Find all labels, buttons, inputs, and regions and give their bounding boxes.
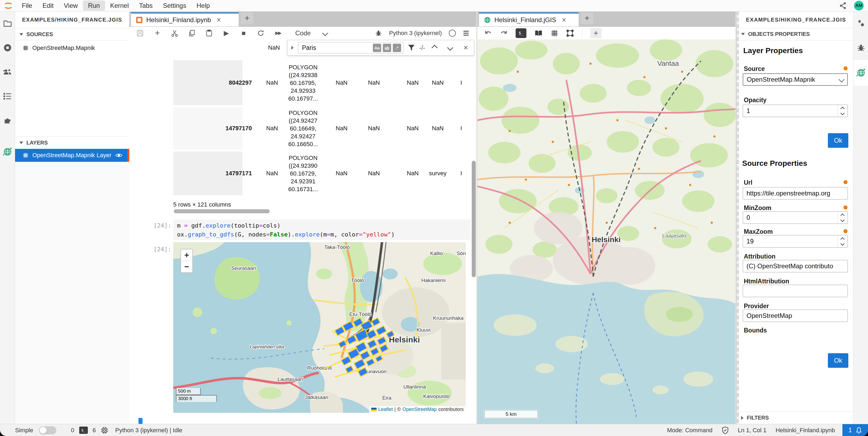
htmlattribution-input[interactable] <box>743 285 848 297</box>
menu-tabs[interactable]: Tabs <box>134 1 158 11</box>
code-cell[interactable]: m = gdf.explore(tooltip=cols) ox.graph_t… <box>173 220 471 240</box>
kernel-status-text[interactable]: Python 3 (ipykernel) | Idle <box>115 427 182 434</box>
extension-manager-icon[interactable] <box>0 108 15 133</box>
run-cell-icon[interactable]: ▶ <box>222 29 230 37</box>
copy-cells-icon[interactable] <box>188 30 195 37</box>
collaborators-icon[interactable] <box>0 60 15 84</box>
zoom-in-button[interactable]: + <box>181 250 192 261</box>
previous-match-icon[interactable] <box>431 45 437 51</box>
next-match-icon[interactable] <box>447 45 453 51</box>
menu-edit[interactable]: Edit <box>37 1 59 11</box>
notifications-badge[interactable]: 1 <box>842 424 868 436</box>
layers-title: LAYERS <box>26 140 48 146</box>
property-inspector-icon[interactable] <box>854 11 868 36</box>
stop-kernel-icon[interactable]: ■ <box>240 29 247 37</box>
layer-ok-button[interactable]: Ok <box>828 133 848 148</box>
provider-input[interactable]: OpenStreetMap <box>743 310 848 322</box>
close-icon[interactable]: × <box>217 16 221 24</box>
restart-kernel-icon[interactable] <box>257 30 265 37</box>
avatar[interactable]: AM <box>854 1 864 10</box>
visibility-eye-icon[interactable] <box>115 153 122 158</box>
command-mode-text[interactable]: Mode: Command <box>667 427 713 434</box>
objects-properties-header[interactable]: OBJECTS PROPERTIES <box>737 28 854 40</box>
tab-notebook[interactable]: Helsinki_Finland.ipynb × <box>131 12 239 26</box>
search-input-field[interactable] <box>302 44 371 52</box>
opacity-input[interactable]: 1 <box>743 105 848 117</box>
new-tab-button[interactable]: + <box>581 12 593 24</box>
cut-cells-icon[interactable] <box>171 29 178 37</box>
attribution-input[interactable]: (C) OpenStreetMap contributo <box>743 260 848 272</box>
osm-link[interactable]: OpenStreetMap <box>402 407 437 412</box>
horizontal-scrollbar[interactable] <box>174 209 270 213</box>
jgis-map-view[interactable]: Vantaa Helsinki Laajasalo 5 km <box>477 39 736 424</box>
table-of-contents-icon[interactable] <box>0 84 15 108</box>
cursor-position[interactable]: Ln 1, Col 1 <box>738 427 767 434</box>
jgis-objects-icon[interactable] <box>854 60 868 86</box>
kebab-menu-icon[interactable] <box>463 30 469 36</box>
terminals-count[interactable]: 0 <box>71 427 74 434</box>
close-icon[interactable]: × <box>562 16 566 24</box>
maxzoom-input[interactable]: 19 <box>743 235 848 248</box>
filters-section-header[interactable]: FILTERS <box>737 411 854 424</box>
file-browser-icon[interactable] <box>0 11 15 36</box>
kernel-name[interactable]: Python 3 (ipykernel) <box>389 30 442 37</box>
panel-resize-grip[interactable] <box>737 11 739 424</box>
expand-search-icon[interactable] <box>291 46 293 50</box>
sources-section-header[interactable]: SOURCES <box>15 28 138 41</box>
source-ok-button[interactable]: Ok <box>828 353 848 368</box>
menu-file[interactable]: File <box>17 1 37 11</box>
add-layer-button[interactable]: + <box>590 28 601 38</box>
number-stepper[interactable] <box>838 212 847 223</box>
grid-layer-icon[interactable] <box>551 29 558 37</box>
running-kernels-icon[interactable] <box>0 36 15 60</box>
cell-collapser[interactable] <box>138 418 143 424</box>
menu-help[interactable]: Help <box>191 1 215 11</box>
debugger-bug-icon[interactable] <box>854 36 868 60</box>
url-input[interactable]: https://tile.openstreetmap.org <box>743 187 848 200</box>
new-tab-button[interactable]: + <box>241 12 253 24</box>
number-stepper[interactable] <box>838 236 847 247</box>
close-search-icon[interactable]: × <box>464 43 468 52</box>
simple-mode-toggle[interactable] <box>39 426 56 434</box>
opacity-label: Opacity <box>744 96 767 104</box>
run-all-icon[interactable]: ▶▶ <box>274 30 282 36</box>
vertical-scrollbar[interactable] <box>472 161 476 277</box>
kernels-count[interactable]: 6 <box>93 427 96 434</box>
menu-view[interactable]: View <box>59 1 83 11</box>
svg-text:Sörn: Sörn <box>457 251 466 256</box>
redo-icon[interactable] <box>500 30 507 36</box>
cell-type-dropdown[interactable]: Code <box>295 29 327 37</box>
leaflet-link[interactable]: Leaflet <box>378 407 393 412</box>
chevron-down-icon <box>20 33 23 36</box>
zoom-out-button[interactable]: − <box>181 261 192 272</box>
search-input[interactable]: Aa ab .* <box>298 42 404 53</box>
leaflet-map-output[interactable]: Taka-Töölö Kallio Sörn Seurasaari Töölö … <box>173 242 466 413</box>
save-icon[interactable] <box>136 30 144 37</box>
tab-jgis[interactable]: Helsinki_Finland.jGIS × <box>479 12 579 26</box>
insert-cell-icon[interactable]: + <box>154 28 161 38</box>
paste-cells-icon[interactable] <box>205 30 213 37</box>
regex-button[interactable]: .* <box>393 44 401 52</box>
basemap-book-icon[interactable] <box>534 30 542 37</box>
layers-section-header[interactable]: LAYERS <box>15 136 138 149</box>
jgis-panel-icon[interactable] <box>0 140 15 164</box>
layer-item-selected[interactable]: OpenStreetMap.Mapnik Layer <box>15 149 129 162</box>
polygon-select-icon[interactable] <box>566 29 574 37</box>
active-file-name[interactable]: Helsinki_Finland.ipynb <box>776 427 835 434</box>
filter-funnel-icon[interactable] <box>408 45 415 51</box>
whole-word-button[interactable]: ab <box>383 44 391 52</box>
share-icon[interactable] <box>839 2 847 10</box>
debugger-bug-icon[interactable] <box>375 30 382 37</box>
menu-run[interactable]: Run <box>83 1 105 11</box>
menu-settings[interactable]: Settings <box>158 1 191 11</box>
number-stepper[interactable] <box>838 106 847 116</box>
svg-text:Kaivopuisto: Kaivopuisto <box>423 394 450 399</box>
match-case-button[interactable]: Aa <box>373 44 381 52</box>
source-select[interactable]: OpenStreetMap.Mapnik <box>743 73 848 86</box>
console-button[interactable]: $_ <box>516 28 526 38</box>
menu-kernel[interactable]: Kernel <box>105 1 134 11</box>
minzoom-input[interactable]: 0 <box>743 211 848 224</box>
source-item[interactable]: OpenStreetMap.Mapnik <box>15 41 129 55</box>
undo-icon[interactable] <box>485 30 492 36</box>
layer-item-label: OpenStreetMap.Mapnik Layer <box>32 152 112 159</box>
